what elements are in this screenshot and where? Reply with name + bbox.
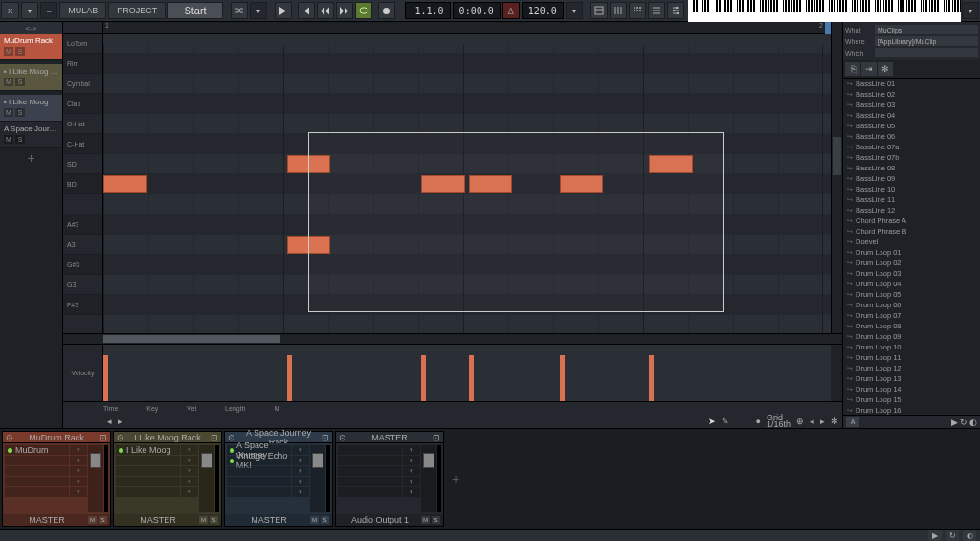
lane-label[interactable]: Clap (63, 94, 102, 114)
browser-item[interactable]: BassLine 09 (843, 173, 980, 184)
send-knob[interactable]: ▾ (70, 445, 87, 455)
shuffle-icon[interactable] (231, 2, 248, 19)
browser-gear-icon[interactable]: ✻ (878, 62, 893, 76)
note-grid[interactable]: 1 2 (103, 22, 831, 333)
browser-item[interactable]: Drum Loop 03 (843, 268, 980, 279)
volume-fader[interactable] (421, 445, 436, 512)
menu-arrow[interactable]: ▾ (21, 2, 38, 19)
which-field[interactable] (875, 48, 978, 57)
lane-label[interactable]: C-Hat (63, 134, 102, 154)
key-field[interactable]: Key (146, 405, 158, 412)
strip-header[interactable]: ⊙MASTER⊡ (336, 432, 443, 443)
browser-item[interactable]: Drum Loop 06 (843, 300, 980, 310)
note[interactable] (103, 175, 147, 193)
record-button[interactable] (378, 2, 395, 19)
insert-slot[interactable] (338, 466, 402, 476)
horizontal-scrollbar[interactable] (63, 333, 842, 344)
lane-label[interactable]: A#3 (63, 214, 102, 235)
rewind-start-button[interactable] (298, 2, 315, 19)
solo-button[interactable]: S (15, 78, 25, 86)
keyboard-arrow[interactable]: ▾ (962, 2, 979, 19)
browser-item[interactable]: Drum Loop 05 (843, 289, 980, 300)
tempo-display[interactable]: 120.0 (522, 2, 564, 19)
browser-item[interactable]: BassLine 10 (843, 184, 980, 194)
rewind-button[interactable] (317, 2, 334, 19)
vel-field[interactable]: Vel (187, 405, 196, 412)
send-knob[interactable]: ▾ (403, 445, 420, 455)
insert-slot[interactable] (227, 466, 291, 476)
where-field[interactable]: [AppLibrary]/MuClip (875, 36, 978, 46)
volume-fader[interactable] (199, 445, 214, 512)
loop-footer-icon[interactable]: ↻ (946, 530, 959, 541)
insert-slot[interactable] (116, 487, 180, 497)
pencil-tool-icon[interactable]: ✎ (722, 417, 729, 426)
play-button[interactable] (275, 2, 292, 19)
browser-item[interactable]: Drum Loop 02 (843, 258, 980, 268)
send-knob[interactable]: ▾ (181, 487, 198, 497)
slot-led-icon[interactable] (230, 448, 234, 453)
solo-button[interactable]: S (15, 47, 25, 56)
send-knob[interactable]: ▾ (403, 466, 420, 476)
send-knob[interactable]: ▾ (70, 456, 87, 465)
view-list-icon[interactable] (648, 2, 665, 19)
length-field[interactable]: Length (225, 405, 245, 412)
velocity-bar[interactable] (469, 355, 474, 401)
send-knob[interactable]: ▾ (70, 487, 87, 497)
zoom-lock-icon[interactable]: ⊕ (796, 417, 804, 426)
track-item[interactable]: A Space Journey RMS (0, 122, 62, 148)
output-route[interactable]: Audio Output 1 (339, 515, 421, 525)
velocity-bar[interactable] (287, 355, 292, 401)
velocity-bar[interactable] (421, 355, 426, 401)
velocity-bar[interactable] (103, 355, 108, 401)
insert-slot[interactable] (338, 487, 402, 497)
m-field[interactable]: M (275, 405, 280, 412)
send-knob[interactable]: ▾ (181, 466, 198, 476)
options-icon[interactable]: ▾ (250, 2, 267, 19)
nav-next-icon[interactable]: ▸ (118, 417, 122, 426)
output-route[interactable]: MASTER (117, 515, 199, 525)
insert-slot[interactable] (227, 477, 291, 486)
lane-label[interactable]: F#3 (63, 295, 102, 315)
lane-label[interactable]: Rim (63, 54, 102, 74)
lane-label[interactable]: Cymbal (63, 74, 102, 94)
close-button[interactable]: X (1, 2, 19, 19)
volume-fader[interactable] (310, 445, 325, 512)
track-item[interactable]: ▪ I Like Moog RaMS (0, 64, 62, 91)
browser-item[interactable]: Drum Loop 14 (843, 384, 980, 394)
note[interactable] (649, 155, 693, 173)
mute-button[interactable]: M (421, 516, 430, 524)
send-knob[interactable]: ▾ (292, 445, 309, 455)
position-display[interactable]: 1.1.0 (405, 2, 451, 19)
lane-label[interactable]: G3 (63, 275, 102, 295)
velocity-grid[interactable] (103, 345, 831, 401)
gear-icon[interactable]: ✻ (831, 417, 838, 426)
browser-item[interactable]: BassLine 11 (843, 194, 980, 205)
lane-label[interactable]: G#3 (63, 255, 102, 275)
track-item[interactable]: MuDrum RackMS (0, 34, 62, 60)
slot-led-icon[interactable] (8, 448, 12, 453)
metronome-button[interactable]: ∆ (502, 2, 520, 19)
mute-button[interactable]: M (199, 516, 208, 524)
browser-item[interactable]: BassLine 04 (843, 110, 980, 121)
insert-slot[interactable] (338, 445, 402, 455)
mute-button[interactable]: M (4, 78, 13, 86)
loop-button[interactable] (355, 2, 372, 19)
browser-item[interactable]: BassLine 12 (843, 205, 980, 215)
insert-slot[interactable] (338, 456, 402, 465)
insert-slot[interactable] (5, 487, 69, 497)
browser-item[interactable]: BassLine 08 (843, 163, 980, 173)
insert-slot[interactable]: MuDrum (5, 445, 69, 455)
strip-header[interactable]: ⊙I Like Moog Rack⊡ (114, 432, 221, 443)
minimize-button[interactable]: – (40, 2, 57, 19)
track-nav[interactable]: <-> (0, 22, 62, 34)
browser-copy-icon[interactable]: ⎘ (845, 62, 860, 76)
send-knob[interactable]: ▾ (292, 466, 309, 476)
browser-item[interactable]: BassLine 07a (843, 142, 980, 152)
send-knob[interactable]: ▾ (70, 466, 87, 476)
browser-foot-a[interactable]: A (846, 417, 859, 427)
browser-item[interactable]: BassLine 02 (843, 89, 980, 100)
note[interactable] (421, 175, 465, 193)
browser-item[interactable]: Chord Phrase B (843, 226, 980, 237)
send-knob[interactable]: ▾ (292, 477, 309, 486)
loop-preview-icon[interactable]: ↻ (960, 417, 968, 427)
